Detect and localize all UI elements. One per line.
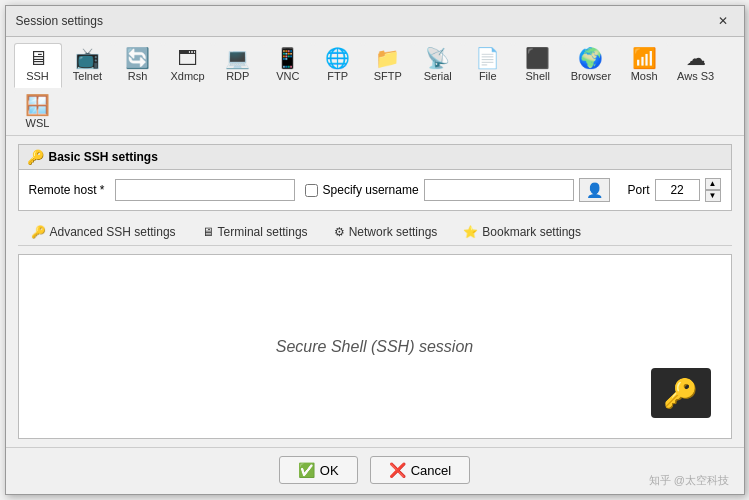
ok-label: OK xyxy=(320,463,339,478)
basic-ssh-header: 🔑 Basic SSH settings xyxy=(19,145,731,170)
ssh-icon: 🖥 xyxy=(28,48,48,68)
sftp-label: SFTP xyxy=(374,70,402,82)
browser-icon: 🌍 xyxy=(578,48,603,68)
rsh-icon: 🔄 xyxy=(125,48,150,68)
network-subtab-icon: ⚙ xyxy=(334,225,345,239)
sftp-icon: 📁 xyxy=(375,48,400,68)
vnc-label: VNC xyxy=(276,70,299,82)
port-group: Port ▲ ▼ xyxy=(628,178,721,201)
port-input[interactable] xyxy=(655,179,700,201)
protocol-tab-ssh[interactable]: 🖥SSH xyxy=(14,43,62,88)
bookmark-subtab-icon: ⭐ xyxy=(463,225,478,239)
xdmcp-icon: 🗔 xyxy=(178,48,198,68)
preview-text: Secure Shell (SSH) session xyxy=(276,338,473,356)
ok-icon: ✅ xyxy=(298,462,315,478)
preview-area: Secure Shell (SSH) session 🔑 xyxy=(18,254,732,439)
ssh-settings-icon: 🔑 xyxy=(27,149,44,165)
port-spinner: ▲ ▼ xyxy=(705,178,721,201)
wsl-icon: 🪟 xyxy=(25,95,50,115)
file-label: File xyxy=(479,70,497,82)
footer: ✅ OK ❌ Cancel xyxy=(6,447,744,494)
protocol-tab-telnet[interactable]: 📺Telnet xyxy=(64,43,112,88)
ftp-label: FTP xyxy=(327,70,348,82)
username-input[interactable] xyxy=(424,179,574,201)
serial-label: Serial xyxy=(424,70,452,82)
key-icon-box: 🔑 xyxy=(651,368,711,418)
bookmark-subtab-label: Bookmark settings xyxy=(482,225,581,239)
rdp-icon: 💻 xyxy=(225,48,250,68)
specify-username-checkbox[interactable] xyxy=(305,184,318,197)
specify-username-label: Specify username xyxy=(323,183,419,197)
sub-tab-advanced[interactable]: 🔑Advanced SSH settings xyxy=(18,219,189,245)
dialog-title: Session settings xyxy=(16,14,103,28)
protocol-tab-browser[interactable]: 🌍Browser xyxy=(564,43,618,88)
telnet-label: Telnet xyxy=(73,70,102,82)
advanced-subtab-icon: 🔑 xyxy=(31,225,46,239)
protocol-tab-mosh[interactable]: 📶Mosh xyxy=(620,43,668,88)
sub-tab-bookmark[interactable]: ⭐Bookmark settings xyxy=(450,219,594,245)
network-subtab-label: Network settings xyxy=(349,225,438,239)
wsl-label: WSL xyxy=(26,117,50,129)
remote-host-input[interactable] xyxy=(115,179,295,201)
sub-tab-terminal[interactable]: 🖥Terminal settings xyxy=(189,219,321,245)
serial-icon: 📡 xyxy=(425,48,450,68)
ssh-label: SSH xyxy=(26,70,49,82)
user-browse-button[interactable]: 👤 xyxy=(579,178,610,202)
advanced-subtab-label: Advanced SSH settings xyxy=(50,225,176,239)
port-up-button[interactable]: ▲ xyxy=(705,178,721,190)
protocol-tab-wsl[interactable]: 🪟WSL xyxy=(14,90,62,135)
rsh-label: Rsh xyxy=(128,70,148,82)
protocol-tab-vnc[interactable]: 📱VNC xyxy=(264,43,312,88)
terminal-subtab-icon: 🖥 xyxy=(202,225,214,239)
protocol-tab-rdp[interactable]: 💻RDP xyxy=(214,43,262,88)
shell-icon: ⬛ xyxy=(525,48,550,68)
basic-settings-row: Remote host * Specify username 👤 Port ▲ xyxy=(29,178,721,202)
sub-tabs: 🔑Advanced SSH settings🖥Terminal settings… xyxy=(18,219,732,246)
protocol-tab-sftp[interactable]: 📁SFTP xyxy=(364,43,412,88)
cancel-icon: ❌ xyxy=(389,462,406,478)
protocol-tab-rsh[interactable]: 🔄Rsh xyxy=(114,43,162,88)
basic-ssh-body: Remote host * Specify username 👤 Port ▲ xyxy=(19,170,731,210)
rdp-label: RDP xyxy=(226,70,249,82)
awss3-icon: ☁ xyxy=(686,48,706,68)
protocol-tab-ftp[interactable]: 🌐FTP xyxy=(314,43,362,88)
watermark: 知乎 @太空科技 xyxy=(649,473,729,488)
session-settings-dialog: Session settings ✕ 🖥SSH📺Telnet🔄Rsh🗔Xdmcp… xyxy=(5,5,745,495)
main-content: 🔑 Basic SSH settings Remote host * Speci… xyxy=(6,136,744,447)
file-icon: 📄 xyxy=(475,48,500,68)
ftp-icon: 🌐 xyxy=(325,48,350,68)
protocol-tab-serial[interactable]: 📡Serial xyxy=(414,43,462,88)
protocol-tab-xdmcp[interactable]: 🗔Xdmcp xyxy=(164,43,212,88)
terminal-subtab-label: Terminal settings xyxy=(218,225,308,239)
sub-tab-network[interactable]: ⚙Network settings xyxy=(321,219,451,245)
title-bar: Session settings ✕ xyxy=(6,6,744,37)
specify-username-group: Specify username 👤 xyxy=(305,178,610,202)
shell-label: Shell xyxy=(526,70,550,82)
remote-host-label: Remote host * xyxy=(29,183,105,197)
port-label: Port xyxy=(628,183,650,197)
basic-ssh-title: Basic SSH settings xyxy=(49,150,158,164)
protocol-tab-shell[interactable]: ⬛Shell xyxy=(514,43,562,88)
telnet-icon: 📺 xyxy=(75,48,100,68)
protocol-tabs: 🖥SSH📺Telnet🔄Rsh🗔Xdmcp💻RDP📱VNC🌐FTP📁SFTP📡S… xyxy=(6,37,744,136)
mosh-label: Mosh xyxy=(631,70,658,82)
protocol-tab-file[interactable]: 📄File xyxy=(464,43,512,88)
key-icon: 🔑 xyxy=(663,377,698,410)
cancel-button[interactable]: ❌ Cancel xyxy=(370,456,470,484)
protocol-tab-awss3[interactable]: ☁Aws S3 xyxy=(670,43,721,88)
basic-ssh-panel: 🔑 Basic SSH settings Remote host * Speci… xyxy=(18,144,732,211)
xdmcp-label: Xdmcp xyxy=(171,70,205,82)
ok-button[interactable]: ✅ OK xyxy=(279,456,358,484)
browser-label: Browser xyxy=(571,70,611,82)
close-button[interactable]: ✕ xyxy=(712,12,734,30)
port-down-button[interactable]: ▼ xyxy=(705,190,721,202)
awss3-label: Aws S3 xyxy=(677,70,714,82)
cancel-label: Cancel xyxy=(411,463,451,478)
mosh-icon: 📶 xyxy=(632,48,657,68)
vnc-icon: 📱 xyxy=(275,48,300,68)
